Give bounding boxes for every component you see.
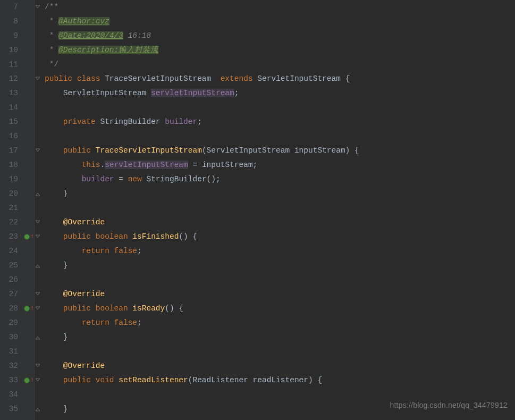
code-line[interactable]: public void setReadListener(ReadListener… bbox=[45, 373, 515, 388]
code-token: } bbox=[45, 405, 68, 413]
line-number: 21 bbox=[0, 201, 18, 215]
code-token: public void bbox=[63, 376, 119, 384]
fold-open-icon[interactable] bbox=[35, 306, 40, 312]
fold-open-icon[interactable] bbox=[35, 148, 40, 154]
code-token: StringBuilder bbox=[146, 175, 206, 183]
code-token: servletInputStream bbox=[105, 161, 188, 169]
code-token: (ReadListener readListener) { bbox=[188, 376, 322, 384]
code-token: StringBuilder bbox=[100, 117, 165, 126]
code-token: 16:18 bbox=[123, 31, 151, 40]
code-token: (); bbox=[207, 175, 221, 183]
code-token: public bbox=[63, 146, 96, 155]
override-marker-icon[interactable]: ↑ bbox=[24, 233, 34, 240]
fold-open-icon[interactable] bbox=[35, 378, 40, 383]
code-token: ; bbox=[137, 318, 142, 327]
line-number: 33 bbox=[0, 373, 18, 388]
fold-open-icon[interactable] bbox=[35, 5, 40, 10]
code-area[interactable]: /** * @Author:cyz * @Date:2020/4/3 16:18… bbox=[41, 0, 515, 420]
fold-open-icon[interactable] bbox=[35, 234, 40, 240]
code-token: builder bbox=[82, 175, 114, 183]
line-number: 11 bbox=[0, 57, 18, 72]
override-marker-icon[interactable]: ↑ bbox=[24, 305, 34, 312]
code-line[interactable]: } bbox=[45, 330, 515, 345]
code-line[interactable]: * @Author:cyz bbox=[45, 14, 515, 29]
line-number: 35 bbox=[0, 402, 18, 416]
code-line[interactable]: @Override bbox=[45, 215, 515, 230]
code-line[interactable]: public TraceServletInputStream(ServletIn… bbox=[45, 144, 515, 158]
line-number: 32 bbox=[0, 359, 18, 373]
code-token: = inputStream; bbox=[188, 161, 258, 169]
fold-open-icon[interactable] bbox=[35, 77, 40, 82]
fold-open-icon[interactable] bbox=[35, 364, 40, 369]
code-line[interactable]: @Override bbox=[45, 287, 515, 301]
code-token bbox=[45, 376, 63, 384]
code-token bbox=[45, 247, 82, 255]
code-line[interactable] bbox=[45, 100, 515, 115]
code-token: TraceServletInputStream bbox=[105, 74, 221, 83]
code-line[interactable]: } bbox=[45, 187, 515, 201]
code-line[interactable]: builder = new StringBuilder(); bbox=[45, 172, 515, 187]
code-line[interactable] bbox=[45, 345, 515, 359]
code-line[interactable] bbox=[45, 129, 515, 144]
code-line[interactable]: public boolean isFinished() { bbox=[45, 230, 515, 244]
code-token bbox=[45, 290, 63, 298]
fold-close-icon[interactable] bbox=[35, 335, 40, 340]
code-line[interactable]: public class TraceServletInputStream ext… bbox=[45, 72, 515, 86]
code-token: { bbox=[345, 74, 350, 83]
code-token bbox=[45, 161, 82, 169]
code-token: ; bbox=[137, 247, 142, 255]
code-token: * bbox=[45, 46, 58, 54]
code-line[interactable]: public boolean isReady() { bbox=[45, 301, 515, 316]
code-line[interactable] bbox=[45, 273, 515, 287]
code-line[interactable]: private StringBuilder builder; bbox=[45, 115, 515, 129]
watermark-text: https://blog.csdn.net/qq_34479912 bbox=[390, 398, 508, 413]
code-line[interactable]: return false; bbox=[45, 316, 515, 330]
line-number: 29 bbox=[0, 316, 18, 330]
code-token bbox=[45, 146, 63, 155]
fold-open-icon[interactable] bbox=[35, 292, 40, 297]
line-number: 19 bbox=[0, 172, 18, 187]
code-token: @Author:cyz bbox=[58, 17, 109, 26]
fold-close-icon[interactable] bbox=[35, 407, 40, 412]
code-line[interactable] bbox=[45, 201, 515, 215]
code-line[interactable]: return false; bbox=[45, 244, 515, 258]
code-line[interactable]: } bbox=[45, 258, 515, 273]
code-line[interactable]: ServletInputStream servletInputStream; bbox=[45, 86, 515, 100]
code-token bbox=[45, 318, 82, 327]
fold-close-icon[interactable] bbox=[35, 263, 40, 268]
code-token: builder bbox=[165, 117, 197, 126]
code-token: ServletInputStream bbox=[257, 74, 345, 83]
code-token: = bbox=[114, 175, 128, 183]
line-number: 17 bbox=[0, 144, 18, 158]
code-token bbox=[45, 175, 82, 183]
code-line[interactable]: /** bbox=[45, 0, 515, 14]
line-number: 27 bbox=[0, 287, 18, 301]
line-number: 9 bbox=[0, 29, 18, 43]
code-token: * bbox=[45, 31, 58, 40]
code-token: setReadListener bbox=[119, 376, 188, 384]
fold-open-icon[interactable] bbox=[35, 220, 40, 225]
line-number: 15 bbox=[0, 115, 18, 129]
code-token: } bbox=[45, 333, 68, 341]
line-number: 25 bbox=[0, 258, 18, 273]
line-number: 20 bbox=[0, 187, 18, 201]
line-number: 8 bbox=[0, 14, 18, 29]
override-marker-icon[interactable]: ↑ bbox=[24, 377, 34, 383]
gutter-marker-column: ↑↑↑ bbox=[22, 0, 34, 420]
code-token: isFinished bbox=[132, 232, 179, 241]
line-number: 34 bbox=[0, 388, 18, 402]
code-token: ; bbox=[234, 89, 239, 97]
code-line[interactable]: * @Description:输入封装流 bbox=[45, 43, 515, 57]
code-token: return false bbox=[82, 318, 137, 327]
code-line[interactable]: * @Date:2020/4/3 16:18 bbox=[45, 29, 515, 43]
code-line[interactable]: */ bbox=[45, 57, 515, 72]
code-token: /** bbox=[45, 3, 58, 11]
code-line[interactable]: this.servletInputStream = inputStream; bbox=[45, 158, 515, 172]
code-editor[interactable]: 7891011121314151617181920212223242526272… bbox=[0, 0, 515, 420]
code-line[interactable]: @Override bbox=[45, 359, 515, 373]
line-number: 16 bbox=[0, 129, 18, 144]
fold-close-icon[interactable] bbox=[35, 191, 40, 197]
line-number: 30 bbox=[0, 330, 18, 345]
code-token: return false bbox=[82, 247, 137, 255]
line-number: 28 bbox=[0, 301, 18, 316]
